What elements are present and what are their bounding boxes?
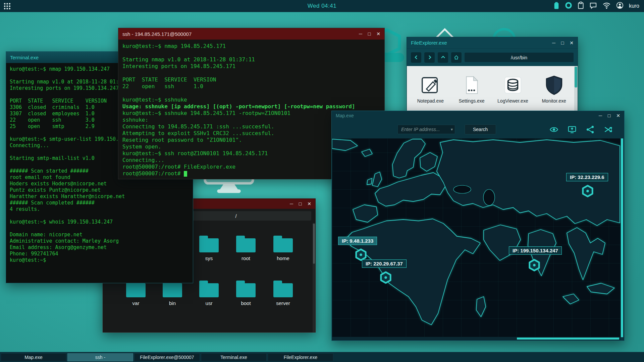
map-toolbar: ▾ Search [332, 120, 624, 138]
window-title: FileExplorer.exe [411, 40, 447, 46]
taskbar-item-fileexplorer[interactable]: FileExplorer.exe [268, 353, 333, 361]
ip-search-input[interactable] [397, 125, 455, 134]
route-crossing-icon[interactable] [604, 125, 613, 134]
horizontal-scrollbar[interactable] [332, 337, 621, 340]
folder-icon [126, 283, 146, 297]
file-explorer-bin-window: FileExplorer.exe ─ □ ✕ /usr/bin Notepad.… [407, 37, 578, 122]
folder-icon [236, 283, 256, 297]
terminal-cursor [184, 171, 187, 177]
folder-home[interactable]: home [265, 235, 301, 261]
taskbar-item-ssh[interactable]: ssh - [67, 353, 133, 361]
scrollbar-thumb[interactable] [575, 67, 577, 87]
window-controls: ─ □ ✕ [599, 113, 620, 118]
map-window: Map.exe ─ □ ✕ ▾ Search [331, 111, 625, 341]
clock: Wed 04:41 [0, 3, 644, 9]
ip-marker-label[interactable]: IP: 9.48.1.233 [338, 237, 377, 245]
scrollbar-thumb[interactable] [621, 138, 623, 337]
ssh-titlebar[interactable]: ssh - 194.85.245.171@500007 ─ □ ✕ [118, 28, 384, 40]
battery-icon[interactable] [553, 1, 559, 11]
up-button[interactable] [438, 52, 448, 63]
maximize-button[interactable]: □ [608, 113, 610, 118]
scrollbar[interactable] [313, 223, 315, 332]
folder-sys[interactable]: sys [191, 235, 227, 261]
folder-icon [236, 238, 256, 252]
ip-search-wrap: ▾ [397, 125, 455, 134]
wifi-icon[interactable] [602, 2, 611, 10]
taskbar-item-terminal[interactable]: Terminal.exe [201, 353, 267, 361]
folder-bin[interactable]: bin [154, 280, 191, 306]
close-button[interactable]: ✕ [307, 201, 311, 206]
close-button[interactable]: ✕ [616, 113, 620, 118]
address-bar[interactable]: /usr/bin [465, 53, 574, 62]
folder-icon [163, 283, 182, 297]
share-icon[interactable] [586, 125, 595, 134]
folder-icon [273, 283, 293, 297]
taskbar-item-fileexplorer-remote[interactable]: FileExplorer.exe@500007 [134, 353, 200, 361]
username-label[interactable]: kuro [629, 3, 639, 9]
logviewer-icon [502, 75, 523, 96]
folder-icon [273, 238, 293, 252]
window-title: ssh - 194.85.245.171@500007 [122, 31, 192, 37]
ip-marker-hexagon[interactable] [581, 185, 594, 197]
status-circle-icon[interactable] [565, 2, 572, 10]
shield-icon [544, 75, 565, 96]
notepad-icon [420, 75, 441, 96]
window-controls: ─ □ ✕ [290, 201, 311, 206]
file-explorer-bin-titlebar[interactable]: FileExplorer.exe ─ □ ✕ [407, 37, 578, 48]
home-button[interactable] [451, 52, 462, 63]
window-controls: ─ □ ✕ [552, 41, 574, 45]
folder-var[interactable]: var [118, 280, 154, 306]
chat-icon[interactable] [589, 2, 597, 11]
taskbar-item-map[interactable]: Map.exe [1, 353, 66, 361]
maximize-button[interactable]: □ [299, 201, 302, 206]
minimize-button[interactable]: ─ [599, 113, 602, 118]
usage-line: Usage: sshnuke [ip address] [(opt) -port… [122, 103, 355, 110]
minimize-button[interactable]: ─ [552, 41, 555, 45]
search-button[interactable]: Search [465, 124, 496, 134]
file-explorer-bin-toolbar: /usr/bin [407, 48, 578, 66]
clipboard-icon[interactable] [578, 2, 584, 11]
window-title: Terminal.exe [10, 55, 39, 60]
maximize-button[interactable]: □ [368, 32, 371, 36]
window-title: Map.exe [336, 113, 354, 118]
folder-usr[interactable]: usr [191, 280, 227, 306]
back-button[interactable] [411, 52, 421, 63]
top-menu-bar: Wed 04:41 kuro [0, 0, 644, 12]
scrollbar-thumb[interactable] [517, 338, 619, 340]
ip-marker-hexagon[interactable] [528, 259, 541, 272]
folder-boot[interactable]: boot [228, 280, 264, 306]
close-button[interactable]: ✕ [376, 32, 380, 36]
folder-server[interactable]: server [265, 280, 301, 306]
maximize-button[interactable]: □ [561, 41, 564, 45]
folder-icon [199, 238, 219, 252]
system-tray: kuro [553, 1, 644, 11]
settings-icon [461, 75, 482, 96]
ip-marker-label[interactable]: IP: 220.29.67.37 [362, 259, 407, 268]
ip-marker-hexagon[interactable] [379, 271, 392, 284]
minimize-button[interactable]: ─ [359, 32, 362, 36]
ip-marker-label[interactable]: IP: 199.150.134.247 [509, 246, 562, 255]
world-map-canvas[interactable]: IP: 32.23.229.6 IP: 9.48.1.233 IP: 220.2… [332, 138, 621, 337]
folder-root[interactable]: root [228, 235, 264, 261]
map-tool-icons [549, 125, 613, 134]
vertical-scrollbar[interactable] [620, 138, 624, 337]
chevron-down-icon[interactable]: ▾ [451, 127, 453, 132]
ip-marker-label[interactable]: IP: 32.23.229.6 [566, 173, 608, 181]
user-icon[interactable] [616, 2, 624, 10]
forward-button[interactable] [424, 52, 435, 63]
folder-icon [199, 283, 219, 297]
scrollbar-thumb[interactable] [313, 224, 315, 264]
taskbar: Map.exe ssh - FileExplorer.exe@500007 Te… [0, 352, 644, 362]
screen-share-icon[interactable] [568, 125, 577, 134]
eye-icon[interactable] [549, 125, 558, 134]
close-button[interactable]: ✕ [570, 41, 574, 45]
window-controls: ─ □ ✕ [359, 32, 380, 36]
map-titlebar[interactable]: Map.exe ─ □ ✕ [332, 111, 624, 120]
minimize-button[interactable]: ─ [290, 201, 293, 206]
